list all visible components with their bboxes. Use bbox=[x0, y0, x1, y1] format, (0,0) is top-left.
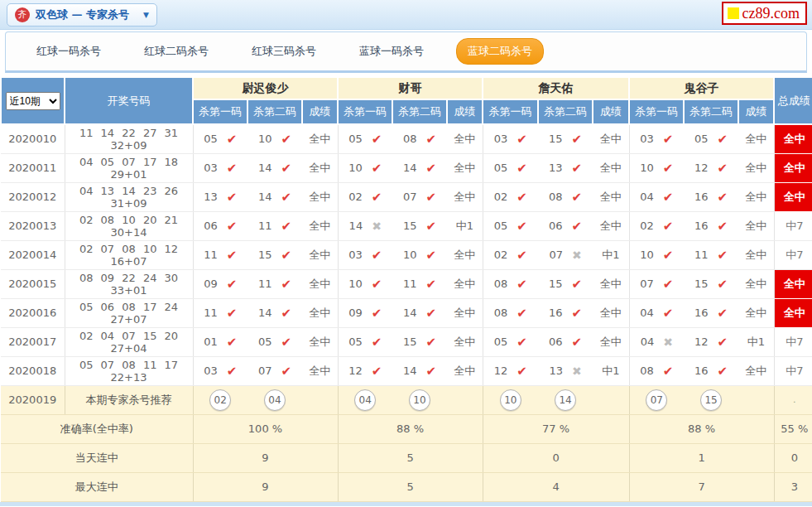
kill-cell: 05✔ bbox=[684, 124, 738, 153]
total-score-cell: 全中 bbox=[774, 298, 812, 327]
kill-pair: 14✔ bbox=[258, 161, 291, 176]
tab-red-kill-1[interactable]: 红球一码杀号 bbox=[26, 39, 112, 64]
kill-cell: 04✔ bbox=[629, 182, 684, 211]
score-cell: 全中 bbox=[593, 269, 629, 298]
recommend-empty-cell bbox=[738, 385, 774, 414]
kill-pair: 04✔ bbox=[640, 190, 673, 205]
kill-1-header: 杀第一码 bbox=[483, 99, 538, 124]
tab-red-kill-2[interactable]: 红球二码杀号 bbox=[133, 39, 219, 64]
hit-check-icon: ✔ bbox=[663, 219, 674, 234]
score-cell: 全中 bbox=[302, 182, 338, 211]
kill-number: 01 bbox=[204, 336, 218, 348]
summary-value-cell: 88 % bbox=[338, 414, 483, 443]
hit-check-icon: ✔ bbox=[718, 277, 728, 292]
score-cell: 全中 bbox=[738, 211, 774, 240]
table-row: 202001204 13 14 23 26 31+0913✔14✔全中02✔07… bbox=[1, 182, 812, 211]
kill-number: 15 bbox=[549, 278, 563, 290]
hit-check-icon: ✔ bbox=[227, 132, 238, 147]
lottery-title-dropdown[interactable]: 齐 双色球 — 专家杀号 ▼ bbox=[7, 3, 157, 27]
kill-pair: 05✔ bbox=[348, 132, 382, 147]
summary-row: 当天连中95010 bbox=[1, 443, 812, 472]
kill-cell: 05✔ bbox=[338, 124, 392, 153]
kill-number: 12 bbox=[348, 365, 363, 377]
recommend-ball: 10 bbox=[500, 389, 521, 411]
kill-cell: 11✔ bbox=[247, 269, 302, 298]
kill-pair: 15✔ bbox=[694, 277, 728, 292]
kill-pair: 08✔ bbox=[640, 364, 673, 379]
kill-number: 07 bbox=[258, 365, 272, 377]
kill-pair: 16✔ bbox=[694, 219, 728, 234]
kill-pair: 02✔ bbox=[348, 190, 382, 205]
site-logo[interactable]: cz89.com bbox=[722, 2, 807, 25]
total-score-cell: 全中 bbox=[774, 124, 812, 153]
kill-pair: 03✔ bbox=[640, 132, 673, 147]
summary-label: 当天连中 bbox=[1, 443, 193, 472]
kill-number: 04 bbox=[640, 307, 654, 319]
kill-pair: 14✔ bbox=[403, 364, 436, 379]
recommend-label: 本期专家杀号推荐 bbox=[65, 385, 193, 414]
score-cell: 全中 bbox=[738, 153, 774, 182]
kill-pair: 03✔ bbox=[204, 161, 237, 176]
kill-2-header: 杀第二码 bbox=[538, 99, 593, 124]
kill-cell: 04✖ bbox=[629, 327, 684, 356]
kill-cell: 14✔ bbox=[392, 298, 447, 327]
kill-cell: 10✔ bbox=[247, 124, 302, 153]
hit-check-icon: ✔ bbox=[425, 190, 436, 205]
period-cell: 2020017 bbox=[1, 327, 65, 356]
kill-pair: 10✔ bbox=[640, 161, 673, 176]
miss-cross-icon: ✖ bbox=[663, 336, 673, 349]
kill-number: 16 bbox=[549, 307, 563, 319]
kill-pair: 14✔ bbox=[258, 306, 291, 321]
tab-blue-kill-2[interactable]: 蓝球二码杀号 bbox=[456, 38, 544, 65]
draw-numbers-cell: 02 08 10 20 21 30+14 bbox=[65, 211, 193, 240]
kill-cell: 15✔ bbox=[392, 211, 447, 240]
period-range-select[interactable]: 近10期 bbox=[6, 92, 60, 110]
kill-cell: 14✔ bbox=[247, 153, 302, 182]
kill-pair: 14✔ bbox=[403, 306, 436, 321]
kill-cell: 16✔ bbox=[538, 298, 593, 327]
tab-red-kill-3[interactable]: 红球三码杀号 bbox=[241, 39, 327, 64]
recommend-empty-cell bbox=[302, 385, 338, 414]
kill-number: 06 bbox=[549, 220, 563, 232]
kill-cell: 14✔ bbox=[392, 356, 447, 385]
score-cell: 全中 bbox=[302, 327, 338, 356]
summary-value-cell: 77 % bbox=[483, 414, 629, 443]
draw-numbers-cell: 02 07 08 10 12 16+07 bbox=[65, 240, 193, 269]
kill-pair: 16✔ bbox=[694, 306, 728, 321]
score-cell: 中1 bbox=[738, 327, 774, 356]
kill-pair: 02✔ bbox=[494, 190, 527, 205]
hit-check-icon: ✔ bbox=[517, 364, 527, 379]
kill-cell: 12✔ bbox=[684, 327, 738, 356]
kill-cell: 15✔ bbox=[538, 269, 593, 298]
summary-value-cell: 0 bbox=[483, 443, 629, 472]
kill-pair: 12✔ bbox=[494, 364, 527, 379]
kill-cell: 07✖ bbox=[538, 240, 593, 269]
kill-number: 10 bbox=[640, 162, 654, 174]
kill-cell: 08✔ bbox=[483, 269, 538, 298]
kill-number: 11 bbox=[204, 307, 218, 319]
hit-check-icon: ✔ bbox=[572, 161, 583, 176]
recommend-ball-cell: 10 bbox=[483, 385, 538, 414]
recommend-ball-cell: 07 bbox=[629, 385, 684, 414]
score-cell: 中1 bbox=[447, 211, 483, 240]
hit-check-icon: ✔ bbox=[425, 219, 436, 234]
kill-pair: 08✔ bbox=[549, 190, 582, 205]
kill-pair: 15✔ bbox=[403, 219, 436, 234]
kill-cell: 08✔ bbox=[629, 356, 684, 385]
recommend-ball-cell: 04 bbox=[338, 385, 392, 414]
kill-pair: 03✔ bbox=[204, 364, 237, 379]
kill-number: 05 bbox=[258, 336, 272, 348]
tab-blue-kill-1[interactable]: 蓝球一码杀号 bbox=[348, 39, 435, 64]
kill-pair: 05✔ bbox=[694, 132, 728, 147]
kill-cell: 11✔ bbox=[247, 211, 302, 240]
kill-cell: 03✔ bbox=[629, 124, 684, 153]
hit-check-icon: ✔ bbox=[425, 248, 436, 263]
kill-pair: 01✔ bbox=[204, 335, 237, 350]
recommend-ball-cell: 02 bbox=[193, 385, 247, 414]
table-row: 202001702 04 07 15 20 27+0401✔05✔全中05✔15… bbox=[1, 327, 812, 356]
kill-pair: 11✔ bbox=[403, 277, 436, 292]
hit-check-icon: ✔ bbox=[227, 335, 238, 350]
hit-check-icon: ✔ bbox=[663, 161, 674, 176]
score-header: 成绩 bbox=[738, 99, 774, 124]
kill-pair: 05✔ bbox=[348, 335, 382, 350]
